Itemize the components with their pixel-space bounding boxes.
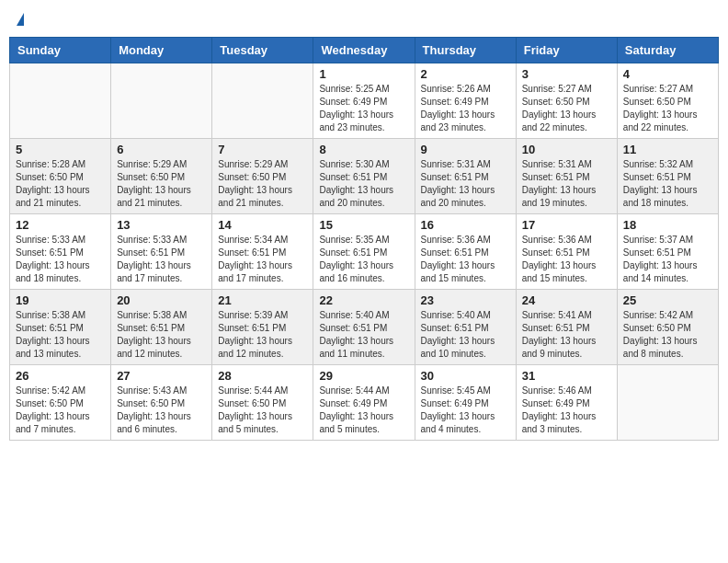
calendar-day (10, 63, 111, 139)
calendar-day: 20Sunrise: 5:38 AM Sunset: 6:51 PM Dayli… (111, 290, 212, 365)
calendar-day: 30Sunrise: 5:45 AM Sunset: 6:49 PM Dayli… (415, 365, 516, 441)
day-number: 20 (117, 293, 206, 307)
calendar-day: 25Sunrise: 5:42 AM Sunset: 6:50 PM Dayli… (617, 290, 718, 365)
day-number: 5 (16, 143, 105, 156)
day-info: Sunrise: 5:40 AM Sunset: 6:51 PM Dayligh… (319, 309, 408, 361)
day-number: 12 (16, 218, 105, 232)
calendar-day: 16Sunrise: 5:36 AM Sunset: 6:51 PM Dayli… (415, 214, 516, 290)
day-number: 23 (421, 293, 510, 307)
calendar-day: 26Sunrise: 5:42 AM Sunset: 6:50 PM Dayli… (10, 365, 111, 441)
calendar-day: 7Sunrise: 5:29 AM Sunset: 6:50 PM Daylig… (212, 139, 313, 214)
day-info: Sunrise: 5:25 AM Sunset: 6:49 PM Dayligh… (319, 83, 408, 134)
calendar-day: 28Sunrise: 5:44 AM Sunset: 6:50 PM Dayli… (212, 365, 313, 441)
day-number: 6 (117, 143, 206, 156)
day-number: 7 (218, 143, 307, 156)
day-info: Sunrise: 5:36 AM Sunset: 6:51 PM Dayligh… (421, 234, 510, 285)
day-number: 22 (319, 293, 408, 307)
day-number: 10 (522, 143, 611, 156)
column-header-wednesday: Wednesday (313, 38, 415, 63)
calendar-day: 17Sunrise: 5:36 AM Sunset: 6:51 PM Dayli… (516, 214, 617, 290)
calendar-day: 8Sunrise: 5:30 AM Sunset: 6:51 PM Daylig… (313, 139, 415, 214)
column-header-sunday: Sunday (10, 38, 111, 63)
day-info: Sunrise: 5:27 AM Sunset: 6:50 PM Dayligh… (623, 83, 712, 134)
calendar-day: 3Sunrise: 5:27 AM Sunset: 6:50 PM Daylig… (516, 63, 617, 139)
day-number: 29 (319, 369, 408, 383)
calendar-week-4: 19Sunrise: 5:38 AM Sunset: 6:51 PM Dayli… (10, 290, 719, 365)
day-info: Sunrise: 5:44 AM Sunset: 6:50 PM Dayligh… (218, 385, 307, 436)
calendar-day: 2Sunrise: 5:26 AM Sunset: 6:49 PM Daylig… (415, 63, 516, 139)
day-info: Sunrise: 5:27 AM Sunset: 6:50 PM Dayligh… (522, 83, 611, 134)
day-number: 1 (319, 67, 408, 81)
page-header (9, 9, 719, 29)
day-info: Sunrise: 5:33 AM Sunset: 6:51 PM Dayligh… (16, 234, 105, 285)
calendar-day: 27Sunrise: 5:43 AM Sunset: 6:50 PM Dayli… (111, 365, 212, 441)
logo-icon (17, 13, 24, 26)
day-info: Sunrise: 5:38 AM Sunset: 6:51 PM Dayligh… (117, 309, 206, 361)
calendar-day (111, 63, 212, 139)
calendar-day: 31Sunrise: 5:46 AM Sunset: 6:49 PM Dayli… (516, 365, 617, 441)
day-info: Sunrise: 5:26 AM Sunset: 6:49 PM Dayligh… (421, 83, 510, 134)
day-number: 28 (218, 369, 307, 383)
calendar-day: 6Sunrise: 5:29 AM Sunset: 6:50 PM Daylig… (111, 139, 212, 214)
day-number: 15 (319, 218, 408, 232)
day-info: Sunrise: 5:35 AM Sunset: 6:51 PM Dayligh… (319, 234, 408, 285)
column-header-saturday: Saturday (617, 38, 718, 63)
calendar-day (212, 63, 313, 139)
logo (15, 13, 24, 26)
day-info: Sunrise: 5:30 AM Sunset: 6:51 PM Dayligh… (319, 158, 408, 210)
day-info: Sunrise: 5:37 AM Sunset: 6:51 PM Dayligh… (623, 234, 712, 285)
calendar-week-3: 12Sunrise: 5:33 AM Sunset: 6:51 PM Dayli… (10, 214, 719, 290)
day-info: Sunrise: 5:31 AM Sunset: 6:51 PM Dayligh… (522, 158, 611, 210)
day-info: Sunrise: 5:28 AM Sunset: 6:50 PM Dayligh… (16, 158, 105, 210)
calendar-week-1: 1Sunrise: 5:25 AM Sunset: 6:49 PM Daylig… (10, 63, 719, 139)
day-info: Sunrise: 5:29 AM Sunset: 6:50 PM Dayligh… (218, 158, 307, 210)
day-number: 18 (623, 218, 712, 232)
day-number: 3 (522, 67, 611, 81)
calendar-day: 24Sunrise: 5:41 AM Sunset: 6:51 PM Dayli… (516, 290, 617, 365)
calendar-day: 4Sunrise: 5:27 AM Sunset: 6:50 PM Daylig… (617, 63, 718, 139)
day-number: 26 (16, 369, 105, 383)
calendar-week-5: 26Sunrise: 5:42 AM Sunset: 6:50 PM Dayli… (10, 365, 719, 441)
day-info: Sunrise: 5:31 AM Sunset: 6:51 PM Dayligh… (421, 158, 510, 210)
day-info: Sunrise: 5:32 AM Sunset: 6:51 PM Dayligh… (623, 158, 712, 210)
column-header-friday: Friday (516, 38, 617, 63)
calendar-week-2: 5Sunrise: 5:28 AM Sunset: 6:50 PM Daylig… (10, 139, 719, 214)
day-info: Sunrise: 5:45 AM Sunset: 6:49 PM Dayligh… (421, 385, 510, 436)
calendar-day: 23Sunrise: 5:40 AM Sunset: 6:51 PM Dayli… (415, 290, 516, 365)
calendar-day: 19Sunrise: 5:38 AM Sunset: 6:51 PM Dayli… (10, 290, 111, 365)
calendar-header-row: SundayMondayTuesdayWednesdayThursdayFrid… (10, 38, 719, 63)
day-info: Sunrise: 5:42 AM Sunset: 6:50 PM Dayligh… (16, 385, 105, 436)
calendar-day: 10Sunrise: 5:31 AM Sunset: 6:51 PM Dayli… (516, 139, 617, 214)
calendar-day: 11Sunrise: 5:32 AM Sunset: 6:51 PM Dayli… (617, 139, 718, 214)
day-number: 4 (623, 67, 712, 81)
calendar-day (617, 365, 718, 441)
calendar-day: 22Sunrise: 5:40 AM Sunset: 6:51 PM Dayli… (313, 290, 415, 365)
day-info: Sunrise: 5:41 AM Sunset: 6:51 PM Dayligh… (522, 309, 611, 361)
day-number: 13 (117, 218, 206, 232)
column-header-thursday: Thursday (415, 38, 516, 63)
day-number: 2 (421, 67, 510, 81)
day-number: 14 (218, 218, 307, 232)
day-info: Sunrise: 5:42 AM Sunset: 6:50 PM Dayligh… (623, 309, 712, 361)
day-number: 27 (117, 369, 206, 383)
day-info: Sunrise: 5:40 AM Sunset: 6:51 PM Dayligh… (421, 309, 510, 361)
calendar-day: 29Sunrise: 5:44 AM Sunset: 6:49 PM Dayli… (313, 365, 415, 441)
day-info: Sunrise: 5:38 AM Sunset: 6:51 PM Dayligh… (16, 309, 105, 361)
day-number: 11 (623, 143, 712, 156)
day-info: Sunrise: 5:34 AM Sunset: 6:51 PM Dayligh… (218, 234, 307, 285)
day-info: Sunrise: 5:29 AM Sunset: 6:50 PM Dayligh… (117, 158, 206, 210)
day-number: 17 (522, 218, 611, 232)
day-number: 8 (319, 143, 408, 156)
calendar-day: 15Sunrise: 5:35 AM Sunset: 6:51 PM Dayli… (313, 214, 415, 290)
day-number: 9 (421, 143, 510, 156)
calendar-day: 18Sunrise: 5:37 AM Sunset: 6:51 PM Dayli… (617, 214, 718, 290)
day-info: Sunrise: 5:44 AM Sunset: 6:49 PM Dayligh… (319, 385, 408, 436)
day-info: Sunrise: 5:33 AM Sunset: 6:51 PM Dayligh… (117, 234, 206, 285)
day-info: Sunrise: 5:43 AM Sunset: 6:50 PM Dayligh… (117, 385, 206, 436)
calendar-day: 13Sunrise: 5:33 AM Sunset: 6:51 PM Dayli… (111, 214, 212, 290)
day-info: Sunrise: 5:39 AM Sunset: 6:51 PM Dayligh… (218, 309, 307, 361)
day-number: 30 (421, 369, 510, 383)
day-number: 19 (16, 293, 105, 307)
day-number: 24 (522, 293, 611, 307)
day-info: Sunrise: 5:36 AM Sunset: 6:51 PM Dayligh… (522, 234, 611, 285)
